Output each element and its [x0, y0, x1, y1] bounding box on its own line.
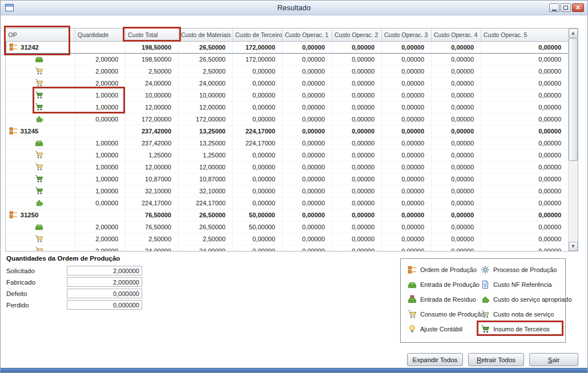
value-cell: 0,00000: [233, 161, 283, 173]
value-cell: 0,00000: [233, 113, 283, 125]
value-cell: 24,00000: [126, 245, 179, 252]
legend-item-processo-producao: Processo de Produção: [481, 265, 572, 274]
value-cell: 0,00000: [283, 53, 332, 65]
value-cell: 13,25000: [179, 137, 233, 149]
value-cell: 0,00000: [283, 197, 332, 209]
value-cell: 0,00000: [283, 41, 332, 53]
detail-row[interactable]: 1,00000237,4200013,25000224,170000,00000…: [6, 137, 569, 149]
group-row-31242[interactable]: 31242198,5000026,50000172,000000,000000,…: [6, 41, 569, 53]
column-header-op[interactable]: OP: [6, 29, 75, 41]
detail-row[interactable]: 1,000001,250001,250000,000000,000000,000…: [6, 149, 569, 161]
value-cell: 1,00000: [75, 89, 126, 101]
value-cell: 0,00000: [283, 185, 332, 197]
quantity-field-row: Perdido: [6, 300, 149, 310]
maximize-button[interactable]: [561, 3, 571, 12]
value-cell: 0,00000: [382, 233, 432, 245]
field-input-fabricado[interactable]: [67, 277, 142, 287]
value-cell: 0,00000: [233, 245, 283, 252]
legend-box: Ordem de ProduçãoEntrada de ProduçãoEntr…: [400, 258, 566, 343]
detail-row[interactable]: 2,0000024,0000024,000000,000000,000000,0…: [6, 245, 569, 252]
column-header-custo-total[interactable]: Custo Total: [126, 29, 179, 41]
group-row-31250[interactable]: 3125076,5000026,5000050,000000,000000,00…: [6, 209, 569, 221]
detail-row[interactable]: 1,0000032,1000032,100000,000000,000000,0…: [6, 185, 569, 197]
column-header-custo-de-terceiros[interactable]: Custo de Terceiros: [233, 29, 283, 41]
value-cell: [75, 41, 126, 53]
custo-servico-apropriado-icon: [35, 198, 43, 207]
scroll-up-icon[interactable]: ▲: [569, 29, 578, 38]
op-cell: [6, 137, 75, 149]
column-header-custo-de-materiais[interactable]: Custo de Materiais: [179, 29, 233, 41]
value-cell: 0,00000: [233, 89, 283, 101]
legend-label: Insumo de Terceiros: [493, 326, 550, 333]
value-cell: 26,50000: [179, 209, 233, 221]
value-cell: 10,87000: [179, 173, 233, 185]
app-icon: [5, 4, 14, 11]
detail-row[interactable]: 1,0000012,0000012,000000,000000,000000,0…: [6, 101, 569, 113]
value-cell: 0,00000: [432, 125, 481, 137]
detail-row[interactable]: 2,000002,500002,500000,000000,000000,000…: [6, 233, 569, 245]
value-cell: 76,50000: [126, 209, 179, 221]
value-cell: 0,00000: [233, 173, 283, 185]
detail-row[interactable]: 2,0000076,5000026,5000050,000000,000000,…: [6, 221, 569, 233]
field-input-defeito[interactable]: [67, 289, 142, 298]
column-header-custo-operac-2[interactable]: Custo Operac. 2: [332, 29, 382, 41]
value-cell: 237,42000: [126, 125, 179, 137]
value-cell: 76,50000: [126, 221, 179, 233]
value-cell: 0,00000: [233, 101, 283, 113]
column-header-custo-operac-5[interactable]: Custo Operac. 5: [481, 29, 569, 41]
quantities-fields: SolicitadoFabricadoDefeitoPerdido: [6, 266, 149, 310]
close-button[interactable]: ×: [572, 3, 584, 12]
value-cell: 0,00000: [283, 221, 332, 233]
column-header-quantidade[interactable]: Quantidade: [75, 29, 126, 41]
value-cell: 2,00000: [75, 77, 126, 89]
value-cell: 1,00000: [75, 185, 126, 197]
consumo-producao-icon: [35, 163, 43, 171]
quantities-title: Quantidades da Ordem de Produção: [6, 255, 149, 262]
value-cell: 0,00000: [332, 197, 382, 209]
value-cell: 0,00000: [283, 173, 332, 185]
button-retrair-todos[interactable]: Retrair Todos: [468, 353, 524, 366]
value-cell: 0,00000: [332, 125, 382, 137]
op-cell: [6, 89, 75, 101]
value-cell: 0,00000: [233, 149, 283, 161]
value-cell: 0,00000: [432, 221, 481, 233]
detail-row[interactable]: 1,0000010,8700010,870000,000000,000000,0…: [6, 173, 569, 185]
insumo-terceiros-icon: [35, 186, 43, 195]
button-expandir-todos[interactable]: Expandir Todos: [407, 353, 463, 366]
detail-row[interactable]: 1,0000012,0000012,000000,000000,000000,0…: [6, 161, 569, 173]
legend-label: Custo NF Referência: [493, 281, 552, 288]
group-row-31245[interactable]: 31245237,4200013,25000224,170000,000000,…: [6, 125, 569, 137]
insumo-terceiros-icon: [35, 91, 43, 99]
minimize-button[interactable]: [549, 3, 559, 12]
window-title: Resultado: [1, 1, 587, 15]
op-cell: 31242: [6, 41, 75, 53]
table-header: OPQuantidadeCusto TotalCusto de Materiai…: [6, 29, 569, 41]
detail-row[interactable]: 2,00000198,5000026,50000172,000000,00000…: [6, 53, 569, 65]
scrollbar-thumb[interactable]: [569, 38, 578, 161]
column-header-custo-operac-3[interactable]: Custo Operac. 3: [382, 29, 432, 41]
entrada-producao-icon: [35, 55, 43, 63]
custo-servico-apropriado-icon: [35, 115, 43, 123]
field-input-solicitado[interactable]: [67, 266, 142, 275]
legend-item-entrada-producao: Entrada de Produção: [408, 280, 481, 289]
vertical-scrollbar[interactable]: ▲ ▼: [568, 29, 578, 251]
column-header-custo-operac-4[interactable]: Custo Operac. 4: [432, 29, 481, 41]
button-sair[interactable]: Sair: [529, 353, 578, 366]
detail-row[interactable]: 1,0000010,0000010,000000,000000,000000,0…: [6, 89, 569, 101]
op-cell: 31250: [6, 209, 75, 221]
value-cell: 0,00000: [332, 101, 382, 113]
op-cell: [6, 161, 75, 173]
value-cell: 0,00000: [382, 77, 432, 89]
value-cell: 2,00000: [75, 221, 126, 233]
field-input-perdido[interactable]: [67, 300, 142, 310]
legend-item-ordem-producao: Ordem de Produção: [408, 265, 481, 274]
detail-row[interactable]: 2,000002,500002,500000,000000,000000,000…: [6, 65, 569, 77]
value-cell: 0,00000: [283, 161, 332, 173]
value-cell: 224,17000: [179, 197, 233, 209]
detail-row[interactable]: 0,00000172,00000172,000000,000000,000000…: [6, 113, 569, 125]
scroll-down-icon[interactable]: ▼: [569, 242, 578, 251]
column-header-custo-operac-1[interactable]: Custo Operac. 1: [283, 29, 332, 41]
detail-row[interactable]: 0,00000224,17000224,170000,000000,000000…: [6, 197, 569, 209]
legend-item-custo-servico-apropriado: Custo do serviço apropriado: [481, 295, 572, 304]
detail-row[interactable]: 2,0000024,0000024,000000,000000,000000,0…: [6, 77, 569, 89]
